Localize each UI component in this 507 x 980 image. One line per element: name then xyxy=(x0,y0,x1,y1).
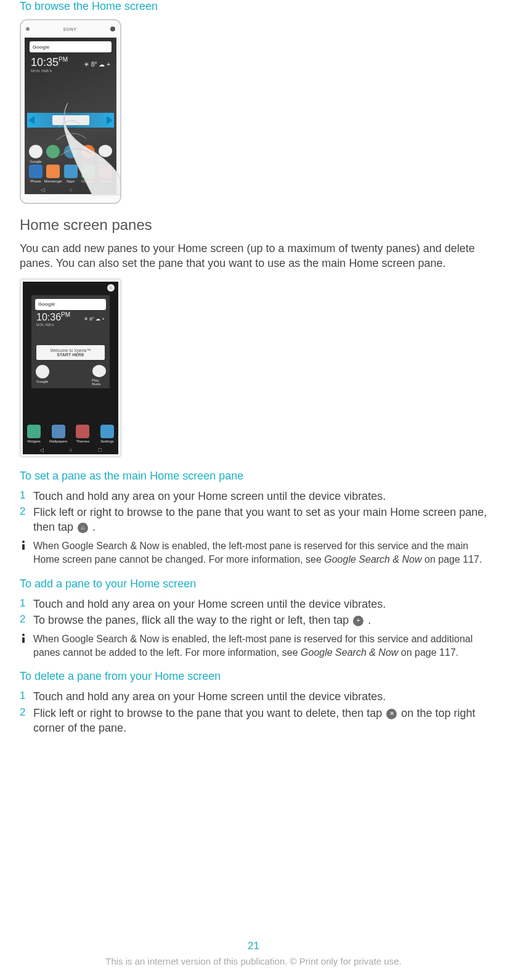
heading-browse-home: To browse the Home screen xyxy=(20,0,487,13)
app-label: Widgets xyxy=(27,439,41,443)
note-text-tail: on page 117. xyxy=(422,554,482,565)
clock-date: MON, FEB 6 xyxy=(36,323,70,327)
step-text: Flick left or right to browse to the pan… xyxy=(33,707,385,719)
app-label: Phone xyxy=(30,179,41,183)
app-label: Themes xyxy=(76,439,89,443)
heading-add-pane: To add a pane to your Home screen xyxy=(20,578,487,590)
app-label: Messenger xyxy=(44,179,62,183)
clock-date: MON, FEB 6 xyxy=(31,69,68,73)
app-label: Chrome xyxy=(81,179,94,183)
note-set-pane: When Google Search & Now is enabled, the… xyxy=(20,539,487,566)
welcome-title: Welcome to Xperia™ xyxy=(50,348,91,353)
clock-suffix: PM xyxy=(61,311,70,318)
home-icon: ⌂ xyxy=(78,523,88,533)
step-item: Touch and hold any area on your Home scr… xyxy=(20,489,487,504)
phone-illustration-swipe: SONY Google 10:35PM MON, FEB 6 ☀ 8° ☁ + … xyxy=(20,19,121,204)
panes-intro-text: You can add new panes to your Home scree… xyxy=(20,241,487,271)
copyright-text: This is an internet version of this publ… xyxy=(0,956,507,966)
heading-set-main-pane: To set a pane as the main Home screen pa… xyxy=(20,470,487,483)
clock-suffix: PM xyxy=(59,56,68,63)
phone-illustration-edit-panes: ⌂ Google 10:36PM MON, FEB 6 ☀ 8° ☁ + Wel… xyxy=(20,279,121,457)
step-item: Touch and hold any area on your Home scr… xyxy=(20,689,487,704)
steps-set-main-pane: Touch and hold any area on your Home scr… xyxy=(20,489,487,535)
welcome-cta: START HERE xyxy=(57,353,84,357)
google-search-label: Google xyxy=(33,44,50,50)
plus-icon: + xyxy=(353,616,363,626)
home-badge-icon: ⌂ xyxy=(107,284,115,292)
weather-widget: ☀ 8° ☁ + xyxy=(84,316,105,322)
page-footer: 21 This is an internet version of this p… xyxy=(0,940,507,966)
close-icon: ✕ xyxy=(386,709,397,719)
step-item: Flick left or right to browse to the pan… xyxy=(20,505,487,535)
app-label: Camera xyxy=(99,179,112,183)
google-search-label: Google xyxy=(38,301,55,307)
step-item: To browse the panes, flick all the way t… xyxy=(20,613,487,627)
swipe-gesture-arrow xyxy=(27,113,114,128)
step-text: Flick left or right to browse to the pan… xyxy=(33,506,487,533)
clock-time: 10:36 xyxy=(36,312,61,322)
step-text-tail: . xyxy=(92,521,95,533)
app-label: Settings xyxy=(100,439,114,443)
step-text-tail: . xyxy=(368,614,371,626)
page-number: 21 xyxy=(0,940,507,952)
phone-brand: SONY xyxy=(63,27,77,31)
note-reference: Google Search & Now xyxy=(324,554,421,565)
app-label: Google xyxy=(36,380,48,383)
note-reference: Google Search & Now xyxy=(301,647,398,658)
app-label: Play Store xyxy=(92,378,106,386)
app-label: Apps xyxy=(67,179,75,183)
note-add-pane: When Google Search & Now is enabled, the… xyxy=(20,632,487,659)
steps-delete-pane: Touch and hold any area on your Home scr… xyxy=(20,689,487,735)
steps-add-pane: Touch and hold any area on your Home scr… xyxy=(20,597,487,628)
step-item: Flick left or right to browse to the pan… xyxy=(20,706,487,736)
note-text-tail: on page 117. xyxy=(398,647,458,658)
clock-time: 10:35 xyxy=(31,56,59,68)
heading-delete-pane: To delete a pane from your Home screen xyxy=(20,670,487,683)
heading-home-screen-panes: Home screen panes xyxy=(20,216,487,234)
app-label: Google xyxy=(30,160,41,163)
step-text: To browse the panes, flick all the way t… xyxy=(33,614,352,626)
weather-widget: ☀ 8° ☁ + xyxy=(84,61,110,68)
app-label: Wallpapers xyxy=(49,439,68,443)
step-item: Touch and hold any area on your Home scr… xyxy=(20,597,487,611)
